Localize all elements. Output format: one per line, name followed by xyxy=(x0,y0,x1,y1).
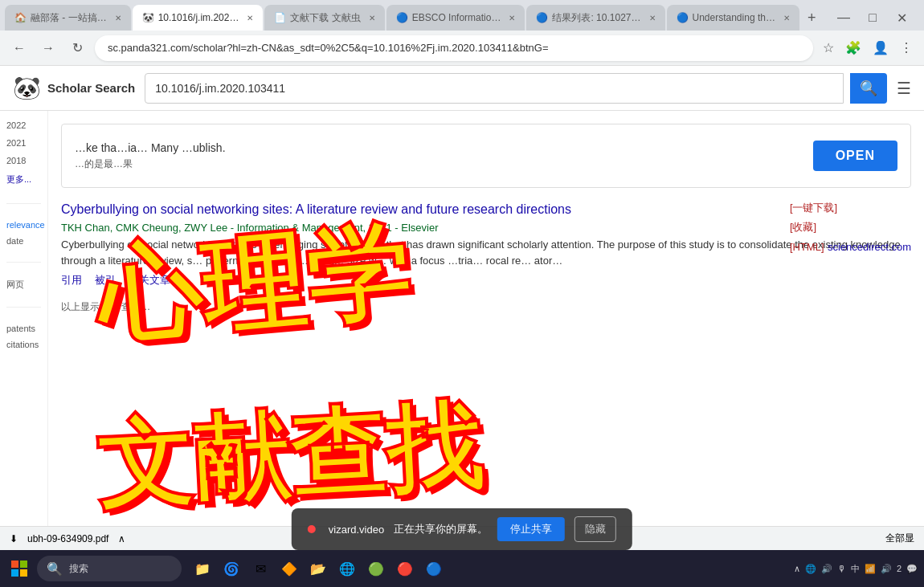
html-label: [HTML] xyxy=(790,241,824,253)
hide-button[interactable]: 隐藏 xyxy=(574,516,616,542)
taskbar-app-explorer[interactable]: 📁 xyxy=(190,556,215,581)
cite-action[interactable]: 引用 xyxy=(61,273,82,287)
taskbar-chevron-icon[interactable]: ∧ xyxy=(794,564,800,574)
sidebar-year-2018[interactable]: 2018 xyxy=(6,156,41,165)
html-source: [HTML] sciencedirect.com xyxy=(790,239,911,254)
scholar-header: 🐼 Scholar Search 🔍 ☰ xyxy=(0,66,924,111)
minimize-button[interactable]: — xyxy=(832,6,855,29)
ad-text: …ke tha…ia… Many …ublish. …的是最…果 xyxy=(75,141,226,171)
taskbar: 🔍 搜索 📁 🌀 ✉ 🔶 📂 🌐 🟢 🔴 🔵 ∧ 🌐 🔊 🎙 中 📶 🔊 2 💬 xyxy=(0,550,924,587)
new-tab-button[interactable]: + xyxy=(801,10,823,26)
scholar-logo: 🐼 Scholar Search xyxy=(13,75,135,101)
taskbar-app-green[interactable]: 🟢 xyxy=(363,556,389,581)
sidebar-include-citations[interactable]: citations xyxy=(6,340,41,349)
back-button[interactable]: ← xyxy=(8,37,31,59)
menu-button[interactable]: ⋮ xyxy=(897,37,916,59)
hamburger-menu-icon[interactable]: ☰ xyxy=(897,79,911,98)
close-window-button[interactable]: ✕ xyxy=(890,6,913,29)
taskbar-app-blue[interactable]: 🔵 xyxy=(421,556,447,581)
sidebar-lang-web[interactable]: 网页 xyxy=(6,279,41,291)
profile-button[interactable]: 👤 xyxy=(869,37,892,59)
download-filename: ubh-09-634909.pdf xyxy=(27,533,108,544)
sidebar-divider-3 xyxy=(6,307,41,308)
svg-rect-3 xyxy=(20,569,27,577)
taskbar-search-bar[interactable]: 🔍 搜索 xyxy=(37,556,182,581)
taskbar-app-orange[interactable]: 🔶 xyxy=(276,556,302,581)
download-all-label[interactable]: 全部显 xyxy=(885,532,914,545)
share-site: vizard.video xyxy=(329,524,384,536)
sidebar-years: 2022 2021 2018 更多... xyxy=(6,120,41,187)
taskbar-app-mail[interactable]: ✉ xyxy=(247,556,273,581)
taskbar-search-text: 搜索 xyxy=(69,562,88,576)
open-button[interactable]: OPEN xyxy=(813,141,897,171)
tab-2[interactable]: 🐼 10.1016/j.im.202… ✕ xyxy=(133,5,264,31)
content-area: …ke tha…ia… Many …ublish. …的是最…果 OPEN Cy… xyxy=(48,111,924,526)
cited-by-action[interactable]: 被引 xyxy=(95,273,116,287)
stop-sharing-button[interactable]: 停止共享 xyxy=(497,517,565,541)
tab-1[interactable]: 🏠 融部落 - 一站搞… ✕ xyxy=(5,5,131,31)
sidebar-more[interactable]: 更多... xyxy=(6,173,41,185)
taskbar-volume-icon: 🔊 xyxy=(881,564,892,574)
address-bar[interactable] xyxy=(95,35,813,61)
result-journal: Information & Management, 2021 xyxy=(237,222,392,234)
start-button[interactable] xyxy=(6,556,32,581)
taskbar-app-edge[interactable]: 🌀 xyxy=(219,556,244,581)
share-bar: vizard.video 正在共享你的屏幕。 停止共享 隐藏 xyxy=(292,508,632,550)
sidebar-year-2022[interactable]: 2022 xyxy=(6,120,41,130)
save-button[interactable]: [收藏] xyxy=(790,220,911,234)
tab-1-favicon: 🏠 xyxy=(14,12,26,23)
bookmark-button[interactable]: ☆ xyxy=(820,37,837,59)
refresh-button[interactable]: ↻ xyxy=(66,37,88,59)
sidebar-include-patents[interactable]: patents xyxy=(6,324,41,333)
result-authors: TKH Chan, CMK Cheung, ZWY Lee xyxy=(61,222,227,234)
result-meta: TKH Chan, CMK Cheung, ZWY Lee - Informat… xyxy=(61,222,911,234)
tab-5-close[interactable]: ✕ xyxy=(649,14,656,22)
tab-6-close[interactable]: ✕ xyxy=(783,14,790,22)
svg-rect-0 xyxy=(11,561,18,568)
taskbar-icon-1: 🌐 xyxy=(805,564,816,574)
sidebar-year-2021[interactable]: 2021 xyxy=(6,138,41,148)
taskbar-app-files[interactable]: 📂 xyxy=(305,556,331,581)
tab-bar: 🏠 融部落 - 一站搞… ✕ 🐼 10.1016/j.im.202… ✕ 📄 文… xyxy=(0,0,924,31)
tab-3[interactable]: 📄 文献下载 文献虫 ✕ xyxy=(264,5,384,31)
tab-4[interactable]: 🔵 EBSCO Informatio… ✕ xyxy=(386,5,525,31)
sidebar-sort-relevance[interactable]: relevance xyxy=(6,220,41,230)
download-caret[interactable]: ∧ xyxy=(118,533,125,544)
search-button[interactable]: 🔍 xyxy=(850,73,887,104)
tab-6-favicon: 🔵 xyxy=(677,12,688,23)
taskbar-icon-3: 🎙 xyxy=(837,564,846,573)
tab-1-close[interactable]: ✕ xyxy=(115,14,121,22)
tab-5[interactable]: 🔵 结果列表: 10.1027… ✕ xyxy=(526,5,664,31)
taskbar-wifi-icon: 📶 xyxy=(865,564,876,574)
html-link[interactable]: sciencedirect.com xyxy=(828,241,911,253)
taskbar-lang: 中 xyxy=(851,563,860,575)
download-button[interactable]: [一键下载] xyxy=(790,201,911,215)
tab-2-label: 10.1016/j.im.202… xyxy=(158,12,239,23)
tab-6[interactable]: 🔵 Understanding th… ✕ xyxy=(667,5,799,31)
tab-4-label: EBSCO Informatio… xyxy=(412,12,501,23)
svg-rect-1 xyxy=(20,561,27,568)
search-input[interactable] xyxy=(145,73,844,104)
taskbar-notification-icon[interactable]: 💬 xyxy=(906,564,918,574)
forward-button[interactable]: → xyxy=(37,37,59,59)
tab-3-close[interactable]: ✕ xyxy=(369,14,375,22)
tab-2-close[interactable]: ✕ xyxy=(247,14,253,22)
footer-note: 以上显示的… 查看… xyxy=(61,300,911,314)
windows-logo-icon xyxy=(11,561,27,577)
overlay-text-2: 文献查找 xyxy=(93,382,485,526)
ad-text-sub: …的是最…果 xyxy=(75,157,226,171)
svg-rect-2 xyxy=(11,569,18,577)
tab-4-close[interactable]: ✕ xyxy=(509,14,515,22)
tab-1-label: 融部落 - 一站搞… xyxy=(31,11,107,25)
taskbar-app-chrome[interactable]: 🌐 xyxy=(334,556,360,581)
result-title[interactable]: Cyberbullying on social networking sites… xyxy=(61,202,571,216)
browser-controls: ← → ↻ ☆ 🧩 👤 ⋮ xyxy=(0,31,924,66)
related-action[interactable]: 相关文章 xyxy=(129,273,170,287)
sidebar-sort-date[interactable]: date xyxy=(6,236,41,246)
search-bar-container: 🔍 xyxy=(145,73,887,104)
result-dash-1: - xyxy=(231,222,237,234)
extensions-button[interactable]: 🧩 xyxy=(842,37,865,59)
taskbar-app-wps[interactable]: 🔴 xyxy=(392,556,418,581)
maximize-button[interactable]: □ xyxy=(861,6,884,29)
main-area: 2022 2021 2018 更多... relevance date 网页 p… xyxy=(0,111,924,526)
